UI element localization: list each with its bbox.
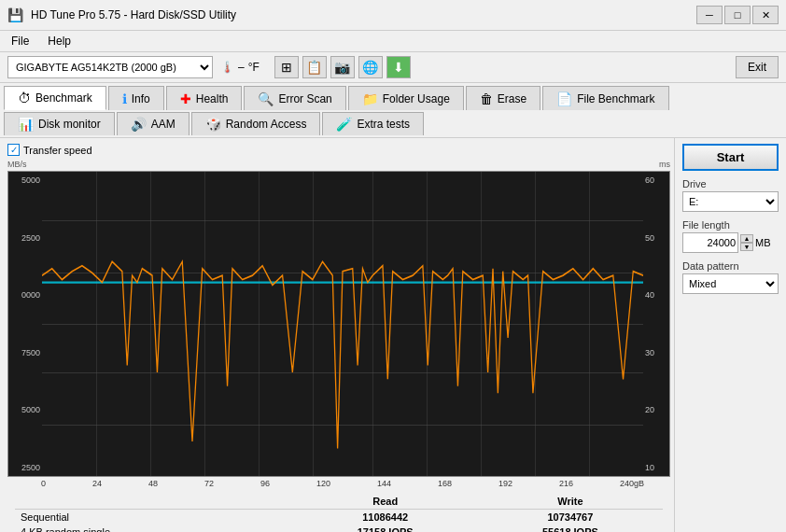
temp-unit: °F <box>248 61 260 74</box>
stats-4kb-single-write: 55618 IOPS <box>478 525 663 532</box>
y-right-3: 40 <box>645 290 654 300</box>
toolbar-icon-1[interactable]: ⊞ <box>274 56 299 78</box>
drive-label: Drive <box>682 178 779 189</box>
tab-extra-tests-label: Extra tests <box>357 118 410 131</box>
tab-random-access[interactable]: 🎲 Random Access <box>191 112 321 135</box>
folder-icon: 📁 <box>362 91 378 106</box>
tab-disk-monitor[interactable]: 📊 Disk monitor <box>4 112 115 135</box>
file-length-down[interactable]: ▼ <box>740 243 753 251</box>
x-216: 216 <box>559 479 573 488</box>
app-title: HD Tune Pro 5.75 - Hard Disk/SSD Utility <box>31 8 236 21</box>
stats-col-read: Read <box>293 494 478 510</box>
toolbar-icon-download[interactable]: ⬇ <box>386 56 411 78</box>
tab-health[interactable]: ✚ Health <box>166 86 243 110</box>
tab-aam-label: AAM <box>151 118 175 131</box>
extra-tests-icon: 🧪 <box>336 117 352 132</box>
tabs-container: ⏱ Benchmark ℹ Info ✚ Health 🔍 Error Scan… <box>0 83 786 138</box>
stats-col-label <box>15 494 293 510</box>
y-axis-right: 60 50 40 30 20 10 <box>643 172 669 476</box>
data-pattern-label: Data pattern <box>682 260 779 272</box>
stats-table: Read Write Sequential 11086442 10734767 … <box>15 494 663 532</box>
y-left-3: 0000 <box>21 290 40 300</box>
toolbar-icon-3[interactable]: 📷 <box>330 56 355 78</box>
tab-info[interactable]: ℹ Info <box>108 86 164 110</box>
chart-area: ✓ Transfer speed MB/s ms 5000 2500 0000 … <box>0 138 674 532</box>
x-72: 72 <box>204 479 214 488</box>
tab-file-benchmark[interactable]: 📄 File Benchmark <box>542 86 668 110</box>
tab-benchmark-label: Benchmark <box>35 91 92 105</box>
x-168: 168 <box>438 479 452 488</box>
transfer-speed-text: Transfer speed <box>23 145 92 156</box>
file-length-section: File length ▲ ▼ MB <box>682 219 779 253</box>
stats-area: Read Write Sequential 11086442 10734767 … <box>7 490 670 532</box>
stats-sequential-label: Sequential <box>15 510 293 525</box>
minimize-button[interactable]: ─ <box>696 6 723 24</box>
data-pattern-section: Data pattern Mixed <box>682 260 779 294</box>
x-48: 48 <box>148 479 158 488</box>
benchmark-icon: ⏱ <box>18 91 31 105</box>
start-button[interactable]: Start <box>682 144 779 171</box>
tab-erase[interactable]: 🗑 Erase <box>466 86 540 110</box>
y-right-6: 10 <box>645 463 654 472</box>
stats-col-write: Write <box>478 494 663 510</box>
tab-benchmark[interactable]: ⏱ Benchmark <box>4 86 106 110</box>
file-length-input[interactable] <box>682 232 738 253</box>
y-left-2: 2500 <box>21 233 40 243</box>
drive-select[interactable]: GIGABYTE AG514K2TB (2000 gB) <box>7 56 213 78</box>
toolbar-icons: ⊞ 📋 📷 🌐 ⬇ <box>274 56 411 78</box>
menu-help[interactable]: Help <box>44 33 75 49</box>
right-panel: Start Drive E: File length ▲ ▼ MB Data p… <box>674 138 786 532</box>
aam-icon: 🔊 <box>131 117 147 132</box>
erase-icon: 🗑 <box>480 91 493 106</box>
chart-wrapper: 5000 2500 0000 7500 5000 2500 <box>7 171 670 477</box>
app-icon: 💾 <box>7 7 23 22</box>
ms-axis-label: ms <box>644 160 670 169</box>
y-left-5: 5000 <box>21 405 40 414</box>
x-192: 192 <box>498 479 512 488</box>
exit-button[interactable]: Exit <box>736 56 779 78</box>
health-icon: ✚ <box>180 91 191 106</box>
x-120: 120 <box>316 479 330 488</box>
tab-folder-usage[interactable]: 📁 Folder Usage <box>348 86 464 110</box>
close-button[interactable]: ✕ <box>752 6 779 24</box>
toolbar-icon-4[interactable]: 🌐 <box>358 56 383 78</box>
chart-canvas <box>42 172 643 476</box>
tab-error-scan[interactable]: 🔍 Error Scan <box>244 86 345 110</box>
stats-4kb-single-read: 17158 IOPS <box>293 525 478 532</box>
x-144: 144 <box>377 479 391 488</box>
transfer-speed-label: ✓ Transfer speed <box>7 144 670 156</box>
tab-erase-label: Erase <box>498 92 526 105</box>
file-length-spinner: ▲ ▼ <box>740 234 753 251</box>
drive-section: Drive E: <box>682 178 779 212</box>
stats-sequential-write: 10734767 <box>478 510 663 525</box>
stats-row-4kb-single: 4 KB random single 17158 IOPS 55618 IOPS <box>15 525 663 532</box>
y-right-1: 60 <box>645 175 654 185</box>
transfer-speed-checkbox[interactable]: ✓ <box>7 144 20 156</box>
x-240: 240gB <box>620 479 644 488</box>
error-scan-icon: 🔍 <box>258 91 274 106</box>
tab-aam[interactable]: 🔊 AAM <box>117 112 189 135</box>
file-length-row: ▲ ▼ MB <box>682 232 779 253</box>
data-pattern-dropdown[interactable]: Mixed <box>682 273 779 294</box>
tab-random-access-label: Random Access <box>226 118 307 131</box>
temp-value: – <box>238 61 245 74</box>
file-benchmark-icon: 📄 <box>556 91 572 106</box>
file-length-up[interactable]: ▲ <box>740 234 753 243</box>
y-left-6: 2500 <box>21 463 40 472</box>
mbs-axis-label: MB/s <box>7 160 41 169</box>
random-access-icon: 🎲 <box>205 117 221 132</box>
y-right-5: 20 <box>645 405 654 414</box>
tab-info-label: Info <box>132 92 150 105</box>
menu-file[interactable]: File <box>7 33 33 49</box>
window-controls: ─ □ ✕ <box>696 6 779 24</box>
stats-sequential-read: 11086442 <box>293 510 478 525</box>
menu-bar: File Help <box>0 31 786 52</box>
drive-dropdown[interactable]: E: <box>682 191 779 212</box>
x-0: 0 <box>41 479 46 488</box>
maximize-button[interactable]: □ <box>724 6 751 24</box>
tab-extra-tests[interactable]: 🧪 Extra tests <box>322 112 424 135</box>
disk-monitor-icon: 📊 <box>18 117 34 132</box>
y-axis-left: 5000 2500 0000 7500 5000 2500 <box>8 172 42 476</box>
chart-svg <box>42 172 643 476</box>
toolbar-icon-2[interactable]: 📋 <box>302 56 327 78</box>
